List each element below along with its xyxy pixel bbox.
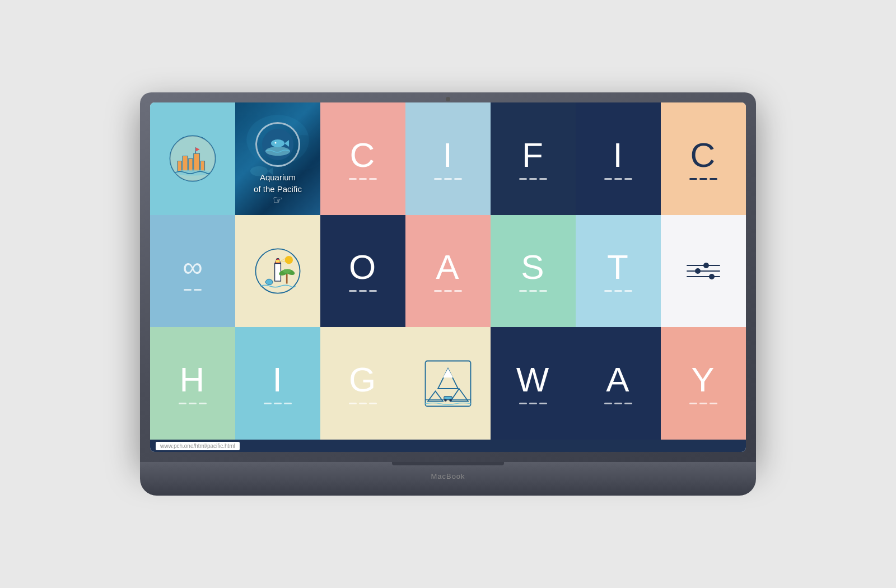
cell-w[interactable]: W (491, 327, 576, 440)
svg-point-21 (275, 142, 277, 144)
cell-i1[interactable]: I (405, 102, 491, 215)
dash-i2 (604, 178, 632, 180)
dash-g (349, 403, 377, 404)
svg-rect-6 (200, 161, 204, 171)
svg-point-19 (271, 139, 284, 147)
dash-f (519, 178, 547, 180)
dash-o (349, 290, 377, 292)
svg-point-32 (283, 269, 291, 273)
laptop-screen: Aquariumof the Pacific ☞ C I F (150, 102, 746, 452)
cell-c1[interactable]: C (320, 102, 405, 215)
letter-s: S (521, 250, 545, 284)
cell-city-illustration[interactable] (150, 102, 235, 215)
cell-sliders[interactable] (661, 215, 746, 328)
dash-i3 (264, 403, 292, 404)
letter-i2: I (613, 138, 623, 172)
letter-a2: A (606, 362, 630, 397)
letter-i1: I (442, 138, 453, 172)
letter-h: H (180, 362, 206, 397)
letter-i3: I (272, 362, 283, 397)
cell-f[interactable]: F (491, 102, 576, 215)
cell-lighthouse[interactable] (235, 215, 320, 328)
svg-point-18 (265, 147, 290, 156)
svg-point-41 (449, 399, 452, 402)
letter-y: Y (691, 362, 715, 397)
laptop: Aquariumof the Pacific ☞ C I F (140, 92, 756, 496)
laptop-base (140, 462, 756, 496)
dash-inf (184, 289, 202, 291)
dash-a1 (434, 290, 462, 292)
mountain-icon (423, 358, 473, 409)
svg-rect-5 (194, 153, 200, 171)
status-bar: www.pch.one/html/pacific.html (150, 440, 746, 452)
dash-s (519, 290, 547, 292)
cell-s[interactable]: S (491, 215, 576, 328)
city-icon (167, 133, 218, 184)
main-grid: Aquariumof the Pacific ☞ C I F (150, 102, 746, 440)
svg-rect-4 (189, 158, 193, 171)
laptop-camera (446, 97, 450, 101)
dash-w (519, 403, 547, 404)
cell-i2[interactable]: I (576, 102, 661, 215)
cell-t[interactable]: T (576, 215, 661, 328)
lighthouse-icon (253, 246, 303, 296)
cell-y[interactable]: Y (661, 327, 746, 440)
cell-o[interactable]: O (320, 215, 405, 328)
cell-g[interactable]: G (320, 327, 405, 440)
cursor-pointer: ☞ (273, 193, 283, 207)
svg-rect-3 (183, 156, 188, 171)
svg-rect-2 (178, 161, 181, 171)
cell-aquarium[interactable]: Aquariumof the Pacific ☞ (235, 102, 320, 215)
cell-a2[interactable]: A (576, 327, 661, 440)
letter-f: F (522, 138, 544, 172)
letter-g: G (349, 362, 377, 397)
svg-point-40 (444, 399, 447, 402)
dash-a2 (604, 403, 632, 404)
cell-a1[interactable]: A (405, 215, 491, 328)
laptop-hinge (392, 462, 504, 465)
aquarium-label: Aquariumof the Pacific (254, 171, 302, 195)
dash-t (604, 290, 632, 292)
letter-t: T (607, 250, 629, 284)
dash-i1 (434, 178, 462, 180)
letter-o: O (349, 250, 377, 284)
letter-c1: C (350, 138, 376, 172)
svg-rect-26 (276, 260, 279, 263)
dash-c2 (689, 178, 717, 180)
dash-h (179, 403, 207, 404)
dash-y (689, 403, 717, 404)
infinity-icon: ∞ (183, 251, 203, 283)
laptop-body: Aquariumof the Pacific ☞ C I F (140, 92, 756, 462)
letter-c2: C (690, 138, 717, 172)
letter-a1: A (436, 250, 460, 284)
cell-i3[interactable]: I (235, 327, 320, 440)
svg-point-23 (285, 256, 293, 264)
sliders-icon (687, 265, 720, 277)
dash-c1 (349, 178, 377, 180)
cell-infinity[interactable]: ∞ (150, 215, 235, 328)
cell-mountain[interactable] (405, 327, 491, 440)
cell-c2[interactable]: C (661, 102, 746, 215)
cell-h[interactable]: H (150, 327, 235, 440)
url-display: www.pch.one/html/pacific.html (156, 442, 240, 450)
letter-w: W (516, 362, 550, 397)
